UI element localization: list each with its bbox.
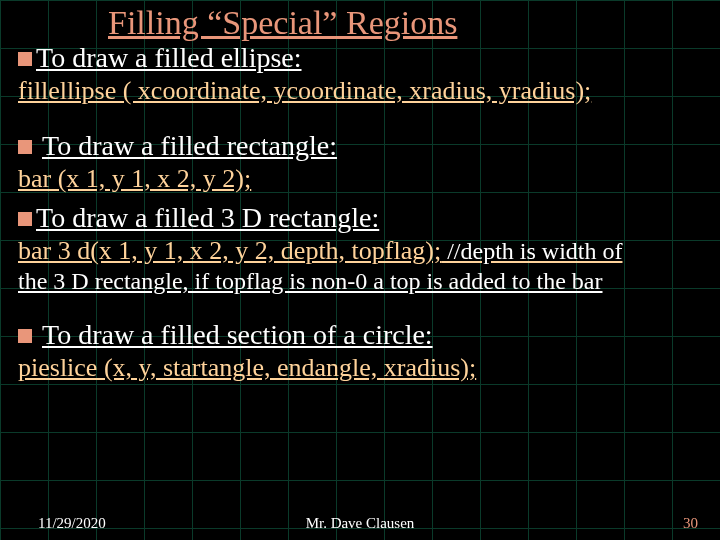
bullet-rectangle: To draw a filled rectangle: [18, 130, 706, 162]
code-3d-rectangle: bar 3 d(x 1, y 1, x 2, y 2, depth, topfl… [18, 234, 706, 266]
code-comment: //depth is width of [441, 238, 622, 264]
bullet-3d-rectangle: To draw a filled 3 D rectangle: [18, 202, 706, 234]
code-comment-cont: the 3 D rectangle, if topflag is non-0 a… [18, 266, 706, 295]
code-ellipse: fillellipse ( xcoordinate, ycoordinate, … [18, 74, 706, 106]
bullet-icon [18, 140, 32, 154]
bullet-icon [18, 329, 32, 343]
code-pieslice: pieslice (x, y, startangle, endangle, xr… [18, 351, 706, 383]
slide-footer: 11/29/2020 Mr. Dave Clausen 30 [0, 515, 720, 532]
code-rectangle: bar (x 1, y 1, x 2, y 2); [18, 162, 706, 194]
bullet-pieslice: To draw a filled section of a circle: [18, 319, 706, 351]
bullet-icon [18, 212, 32, 226]
bullet-icon [18, 52, 32, 66]
bullet-ellipse: To draw a filled ellipse: [18, 42, 706, 74]
code-text: bar 3 d(x 1, y 1, x 2, y 2, depth, topfl… [18, 236, 441, 265]
slide-title: Filling “Special” Regions [0, 0, 720, 42]
footer-author: Mr. Dave Clausen [0, 515, 720, 532]
bullet-text: To draw a filled section of a circle: [42, 319, 433, 351]
slide-content: To draw a filled ellipse: fillellipse ( … [0, 42, 720, 383]
bullet-text: To draw a filled rectangle: [42, 130, 337, 162]
bullet-text: To draw a filled 3 D rectangle: [36, 202, 379, 234]
bullet-text: To draw a filled ellipse: [36, 42, 302, 74]
